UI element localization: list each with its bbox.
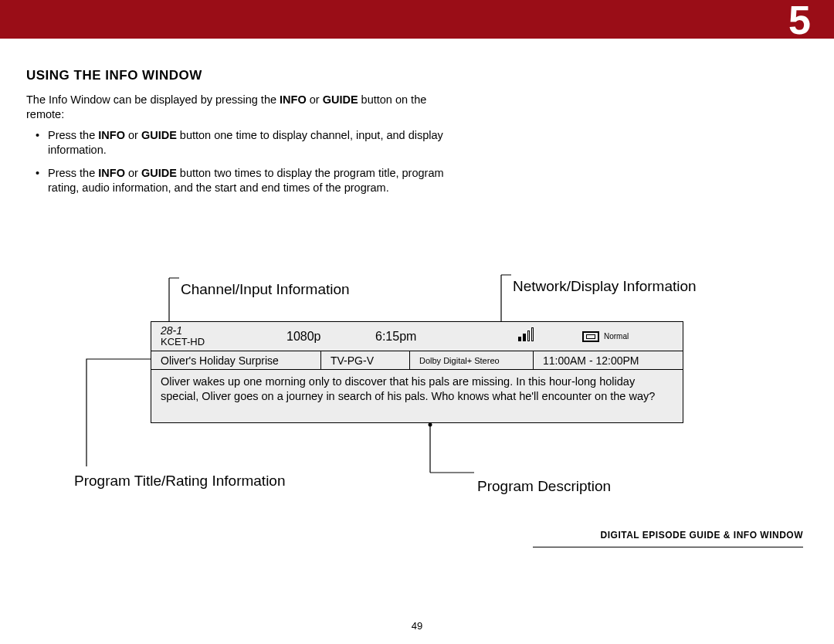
section-heading: USING THE INFO WINDOW bbox=[26, 68, 803, 83]
display-mode-label: Normal bbox=[604, 332, 629, 341]
signal-strength-icon bbox=[476, 327, 576, 346]
channel-cell: 28-1 KCET-HD bbox=[151, 325, 286, 347]
info-window-panel: 28-1 KCET-HD 1080p 6:15pm Normal Oliver'… bbox=[151, 321, 683, 423]
resolution: 1080p bbox=[286, 330, 375, 344]
list-item: Press the INFO or GUIDE button one time … bbox=[48, 128, 451, 158]
page-number: 49 bbox=[412, 620, 422, 632]
footer-section-title: DIGITAL EPISODE GUIDE & INFO WINDOW bbox=[601, 530, 803, 541]
callout-channel-input: Channel/Input Information bbox=[181, 281, 350, 298]
list-item: Press the INFO or GUIDE button two times… bbox=[48, 166, 451, 196]
program-rating: TV-PG-V bbox=[321, 351, 410, 369]
display-mode-icon bbox=[582, 331, 599, 342]
program-title: Oliver's Holiday Surprise bbox=[151, 351, 321, 369]
channel-number: 28-1 bbox=[161, 325, 286, 337]
svg-point-3 bbox=[429, 423, 432, 427]
program-schedule: 11:00AM - 12:00PM bbox=[534, 351, 683, 369]
intro-text: The Info Window can be displayed by pres… bbox=[26, 93, 459, 122]
callout-program-description: Program Description bbox=[477, 478, 611, 495]
chapter-number: 5 bbox=[788, 0, 811, 43]
callout-program-title: Program Title/Rating Information bbox=[74, 473, 286, 490]
info-window-diagram: Channel/Input Information Network/Displa… bbox=[0, 218, 834, 511]
footer-rule bbox=[533, 547, 803, 547]
program-description: Oliver wakes up one morning only to disc… bbox=[151, 370, 683, 422]
callout-network-display: Network/Display Information bbox=[513, 278, 697, 295]
instruction-list: Press the INFO or GUIDE button one time … bbox=[26, 128, 451, 196]
display-mode: Normal bbox=[576, 331, 683, 342]
clock-time: 6:15pm bbox=[375, 330, 476, 344]
channel-name: KCET-HD bbox=[161, 337, 286, 347]
audio-info: Dolby Digital+ Stereo bbox=[410, 351, 534, 369]
